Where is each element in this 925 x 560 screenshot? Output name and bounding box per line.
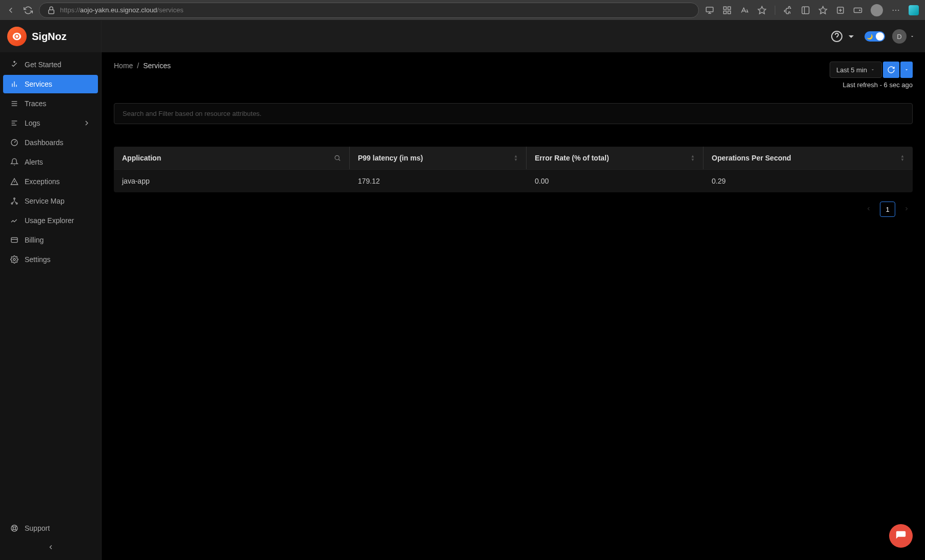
sidebar: SigNoz Get Started Services Traces Logs [0, 21, 102, 560]
services-table: Application P99 latency (in ms) ▲▼ Error… [114, 147, 913, 192]
url-path: /services [157, 6, 183, 14]
sidebar-collapse-button[interactable] [3, 537, 98, 557]
cell-application[interactable]: java-app [114, 170, 350, 192]
svg-line-39 [15, 526, 17, 527]
col-header-application[interactable]: Application [114, 147, 350, 169]
svg-rect-1 [706, 7, 713, 12]
gear-icon [10, 255, 18, 264]
more-icon[interactable] [891, 6, 900, 15]
dashboard-icon [10, 138, 18, 147]
svg-point-16 [895, 9, 896, 10]
svg-point-15 [893, 9, 894, 10]
col-header-error-rate[interactable]: Error Rate (% of total) ▲▼ [527, 147, 703, 169]
chevron-down-icon [845, 30, 857, 43]
profile-avatar[interactable] [871, 4, 883, 16]
svg-point-33 [13, 258, 15, 261]
svg-line-42 [338, 159, 340, 161]
col-header-ops[interactable]: Operations Per Second ▲▼ [703, 147, 913, 169]
svg-line-36 [12, 526, 13, 527]
back-icon[interactable] [6, 6, 15, 15]
bell-icon [10, 158, 18, 166]
copilot-icon[interactable] [909, 5, 919, 15]
page-prev[interactable] [862, 202, 875, 217]
refresh-icon [887, 66, 895, 74]
svg-point-17 [898, 9, 899, 10]
svg-line-38 [12, 529, 13, 531]
line-chart-icon [10, 216, 18, 225]
sidebar-item-traces[interactable]: Traces [3, 94, 98, 113]
grid-icon[interactable] [722, 6, 732, 15]
sidebar-item-exceptions[interactable]: Exceptions [3, 172, 98, 191]
user-avatar: D [892, 29, 907, 44]
sidebar-icon[interactable] [801, 6, 810, 15]
chat-icon [895, 530, 907, 542]
extension-icon[interactable] [783, 6, 793, 15]
svg-rect-4 [723, 11, 726, 13]
svg-line-37 [15, 529, 17, 531]
table-header: Application P99 latency (in ms) ▲▼ Error… [114, 147, 913, 169]
deployment-icon [10, 197, 18, 205]
col-header-p99[interactable]: P99 latency (in ms) ▲▼ [350, 147, 527, 169]
url-bar[interactable]: https://aojo-yakn.eu.signoz.cloud/servic… [39, 3, 699, 18]
svg-marker-9 [819, 6, 827, 13]
sidebar-item-support[interactable]: Support [3, 519, 98, 537]
collections-icon[interactable] [836, 6, 845, 15]
sidebar-item-label: Usage Explorer [25, 216, 74, 225]
sidebar-item-settings[interactable]: Settings [3, 250, 98, 269]
sidebar-item-label: Exceptions [25, 177, 59, 186]
theme-toggle[interactable]: 🌙 [864, 31, 885, 42]
user-menu[interactable]: D [892, 29, 915, 44]
svg-rect-31 [11, 237, 17, 242]
wallet-icon[interactable] [853, 6, 862, 15]
sidebar-item-billing[interactable]: Billing [3, 231, 98, 249]
logo-icon [7, 27, 27, 46]
breadcrumb-current: Services [143, 62, 171, 70]
refresh-button[interactable] [883, 62, 899, 78]
table-row[interactable]: java-app 179.12 0.00 0.29 [114, 169, 913, 192]
refresh-icon[interactable] [24, 6, 33, 15]
svg-rect-2 [723, 7, 726, 9]
rocket-icon [10, 61, 18, 69]
text-size-icon[interactable] [740, 6, 749, 15]
sidebar-nav: Get Started Services Traces Logs Dashboa… [0, 52, 101, 516]
sidebar-item-label: Get Started [25, 61, 62, 69]
main-area: 🌙 D Home / Services Last 5 min [102, 21, 925, 560]
svg-rect-0 [49, 10, 54, 14]
page-next[interactable] [900, 202, 913, 217]
search-icon[interactable] [334, 154, 341, 162]
time-range-label: Last 5 min [836, 66, 867, 74]
sort-icon: ▲▼ [900, 154, 904, 162]
sidebar-item-dashboards[interactable]: Dashboards [3, 133, 98, 152]
help-button[interactable] [831, 30, 857, 43]
sidebar-item-service-map[interactable]: Service Map [3, 192, 98, 210]
svg-marker-6 [758, 6, 766, 13]
sidebar-item-label: Support [25, 524, 50, 532]
favorites-icon[interactable] [818, 6, 828, 15]
svg-rect-3 [728, 7, 731, 9]
sort-icon: ▲▼ [514, 154, 518, 162]
page-number[interactable]: 1 [880, 202, 895, 217]
chat-launcher[interactable] [889, 524, 913, 548]
refresh-interval-button[interactable] [900, 62, 913, 78]
filter-input[interactable] [114, 103, 913, 124]
cell-p99: 179.12 [350, 170, 527, 192]
time-range-select[interactable]: Last 5 min [830, 62, 882, 78]
sidebar-item-usage-explorer[interactable]: Usage Explorer [3, 211, 98, 230]
sidebar-item-label: Traces [25, 99, 46, 108]
svg-point-41 [335, 155, 339, 159]
star-icon[interactable] [757, 6, 767, 15]
lock-icon [47, 6, 56, 15]
url-prefix: https:// [60, 6, 80, 14]
app-header: SigNoz [0, 21, 101, 52]
desktop-icon[interactable] [705, 6, 714, 15]
svg-point-28 [14, 198, 15, 199]
sidebar-item-services[interactable]: Services [3, 75, 98, 93]
breadcrumb-home[interactable]: Home [114, 62, 133, 70]
sidebar-item-get-started[interactable]: Get Started [3, 55, 98, 74]
alert-triangle-icon [10, 177, 18, 186]
brand-name: SigNoz [32, 31, 67, 43]
sidebar-item-logs[interactable]: Logs [3, 114, 98, 132]
sidebar-item-alerts[interactable]: Alerts [3, 153, 98, 171]
chevron-down-icon [910, 34, 915, 39]
toggle-knob [876, 32, 884, 41]
